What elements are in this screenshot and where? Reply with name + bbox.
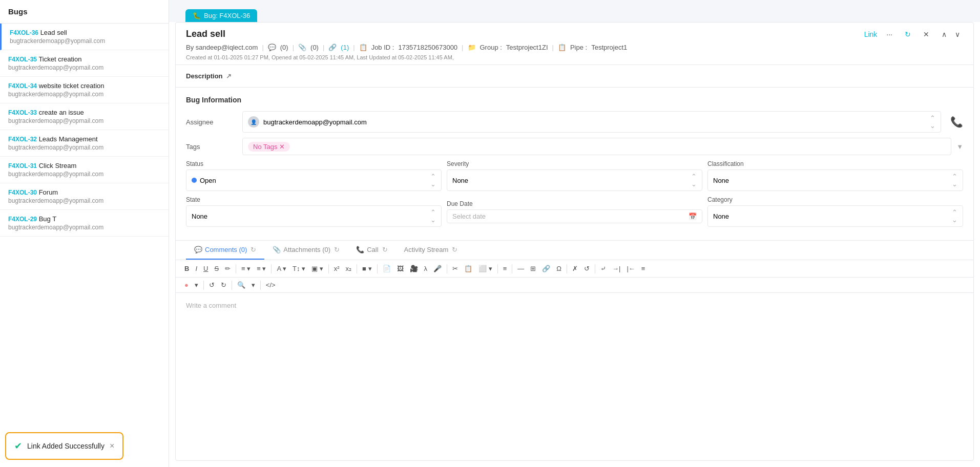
undo-button[interactable]: ↺ xyxy=(206,280,217,290)
refresh-button[interactable]: ↻ xyxy=(902,29,914,39)
bug-title-7: Bug T xyxy=(39,215,56,223)
tab-activity[interactable]: Activity Stream ↻ xyxy=(396,241,466,260)
undo2-button[interactable]: ✗ xyxy=(570,263,580,274)
link-button[interactable]: Link xyxy=(864,30,878,38)
redo-button[interactable]: ↻ xyxy=(218,280,229,290)
font-color-button[interactable]: A ▾ xyxy=(274,263,289,274)
search-button[interactable]: 🔍 xyxy=(235,280,248,290)
bug-item-f4xol33[interactable]: F4XOL-33 create an issue bugtrackerdemoa… xyxy=(0,103,169,130)
justify-button[interactable]: ≡ xyxy=(639,263,648,274)
unordered-list-button[interactable]: ≡ ▾ xyxy=(239,263,253,274)
bug-item-f4xol29[interactable]: F4XOL-29 Bug T bugtrackerdemoapp@yopmail… xyxy=(0,210,169,237)
indent-button[interactable]: →| xyxy=(610,263,623,274)
success-icon: ✔ xyxy=(14,440,22,452)
bug-title-5: Click Stream xyxy=(39,162,77,169)
assignee-field[interactable]: 👤 bugtrackerdemoapp@yopmail.com ⌃⌄ xyxy=(242,111,941,133)
insert-col-button[interactable]: ≡ xyxy=(501,263,510,274)
toolbar-sep-r2-1 xyxy=(203,281,204,290)
align-link-button[interactable]: ⤶ xyxy=(598,263,609,274)
due-date-field[interactable]: Select date 📅 xyxy=(447,209,702,223)
link-editor-button[interactable]: 🔗 xyxy=(539,263,553,274)
font-size-button[interactable]: T↕ ▾ xyxy=(290,263,308,274)
tags-field[interactable]: No Tags ✕ xyxy=(242,138,951,155)
call-refresh-button[interactable]: ↻ xyxy=(382,246,388,253)
toolbar-sep-5 xyxy=(377,264,378,273)
bug-item-f4xol35[interactable]: F4XOL-35 Ticket creation bugtrackerdemoa… xyxy=(0,50,169,77)
toolbar-sep-3 xyxy=(328,264,329,273)
bug-email-2: bugtrackerdemoapp@yopmail.com xyxy=(8,91,160,98)
no-tags-remove[interactable]: ✕ xyxy=(279,143,285,151)
redo2-button[interactable]: ↺ xyxy=(581,263,592,274)
toolbar-sep-4 xyxy=(357,264,357,273)
category-value: None xyxy=(713,213,729,220)
highlight-button[interactable]: ✏ xyxy=(222,263,233,274)
bug-title-6: Forum xyxy=(39,188,58,196)
audio-button[interactable]: 🎤 xyxy=(431,263,444,274)
bug-title-2: website ticket creation xyxy=(39,82,105,90)
nav-down-button[interactable]: ∨ xyxy=(952,29,963,39)
toolbar-sep-10 xyxy=(595,264,595,273)
tags-dropdown-arrow[interactable]: ▼ xyxy=(956,143,963,151)
bug-item-f4xol36[interactable]: F4XOL-36 Lead sell bugtrackerdemoapp@yop… xyxy=(0,24,169,50)
strikethrough-button[interactable]: S xyxy=(212,263,221,274)
status-field[interactable]: Open ⌃⌄ xyxy=(186,169,442,191)
lambda-button[interactable]: λ xyxy=(422,263,430,274)
table-button[interactable]: ▣ ▾ xyxy=(309,263,326,274)
attachment-tab-icon: 📎 xyxy=(273,246,281,253)
underline-button[interactable]: U xyxy=(201,263,211,274)
outdent-button[interactable]: |← xyxy=(624,263,637,274)
toast-close-button[interactable]: × xyxy=(110,441,114,451)
detail-dates: Created at 01-01-2025 01:27 PM, Opened a… xyxy=(186,54,963,65)
bug-item-f4xol34[interactable]: F4XOL-34 website ticket creation bugtrac… xyxy=(0,77,169,103)
comments-refresh-button[interactable]: ↻ xyxy=(251,246,256,253)
toolbar-sep-9 xyxy=(567,264,567,273)
detail-panel: Lead sell Link ··· ↻ ✕ ∧ ∨ By sandeep@iq… xyxy=(175,22,974,461)
superscript-button[interactable]: x² xyxy=(331,263,342,274)
toolbar-sep-r2-3 xyxy=(260,281,261,290)
tab-call[interactable]: 📞 Call ↻ xyxy=(348,241,395,260)
block-button[interactable]: ■ ▾ xyxy=(360,263,374,274)
detail-meta: By sandeep@iqlect.com | 💬 (0) | 📎 (0) | … xyxy=(186,44,963,54)
tab-attachments[interactable]: 📎 Attachments (0) ↻ xyxy=(264,241,348,260)
classification-field[interactable]: None ⌃⌄ xyxy=(707,169,963,191)
color-expand-button[interactable]: ▾ xyxy=(192,280,201,290)
file-button[interactable]: 📄 xyxy=(380,263,393,274)
cut-button[interactable]: ✂ xyxy=(450,263,461,274)
hr-button[interactable]: — xyxy=(515,263,527,274)
bug-id-3: F4XOL-33 xyxy=(8,109,37,116)
activity-refresh-button[interactable]: ↻ xyxy=(452,246,457,253)
search-expand-button[interactable]: ▾ xyxy=(249,280,258,290)
copy-button[interactable]: 📋 xyxy=(462,263,475,274)
bold-button[interactable]: B xyxy=(182,263,192,274)
video-button[interactable]: 🎥 xyxy=(407,263,421,274)
bug-item-f4xol31[interactable]: F4XOL-31 Click Stream bugtrackerdemoapp@… xyxy=(0,157,169,183)
severity-field[interactable]: None ⌃⌄ xyxy=(447,169,702,191)
ordered-list-button[interactable]: ≡ ▾ xyxy=(254,263,268,274)
expand-icon[interactable]: ↗ xyxy=(226,72,232,80)
category-field[interactable]: None ⌃⌄ xyxy=(707,205,963,227)
pipe-label: Pipe : xyxy=(570,44,587,51)
bug-tab-label: Bug: F4XOL-36 xyxy=(204,12,250,19)
table2-button[interactable]: ⊞ xyxy=(528,263,538,274)
tab-comments[interactable]: 💬 Comments (0) ↻ xyxy=(186,241,264,260)
close-button[interactable]: ✕ xyxy=(920,29,932,39)
nav-up-button[interactable]: ∧ xyxy=(939,29,950,39)
bug-item-f4xol32[interactable]: F4XOL-32 Leads Management bugtrackerdemo… xyxy=(0,130,169,157)
omega-button[interactable]: Ω xyxy=(554,263,564,274)
color-picker-button[interactable]: ● xyxy=(182,280,191,290)
image-button[interactable]: 🖼 xyxy=(394,263,406,274)
classification-label: Classification xyxy=(707,160,963,167)
attachments-refresh-button[interactable]: ↻ xyxy=(334,246,340,253)
code-button[interactable]: </> xyxy=(263,280,278,290)
bug-tab[interactable]: 🐛 Bug: F4XOL-36 xyxy=(185,9,257,22)
bug-item-f4xol30[interactable]: F4XOL-30 Forum bugtrackerdemoapp@yopmail… xyxy=(0,183,169,210)
more-button[interactable]: ··· xyxy=(883,29,895,39)
paste-button[interactable]: ⬜ ▾ xyxy=(476,263,495,274)
phone-icon[interactable]: 📞 xyxy=(950,116,963,128)
subscript-button[interactable]: x₂ xyxy=(343,263,355,274)
bug-email-3: bugtrackerdemoapp@yopmail.com xyxy=(8,117,160,124)
description-label: Description xyxy=(186,72,223,80)
state-field[interactable]: None ⌃⌄ xyxy=(186,205,442,227)
italic-button[interactable]: I xyxy=(193,263,200,274)
editor-area[interactable]: Write a comment xyxy=(176,293,973,354)
